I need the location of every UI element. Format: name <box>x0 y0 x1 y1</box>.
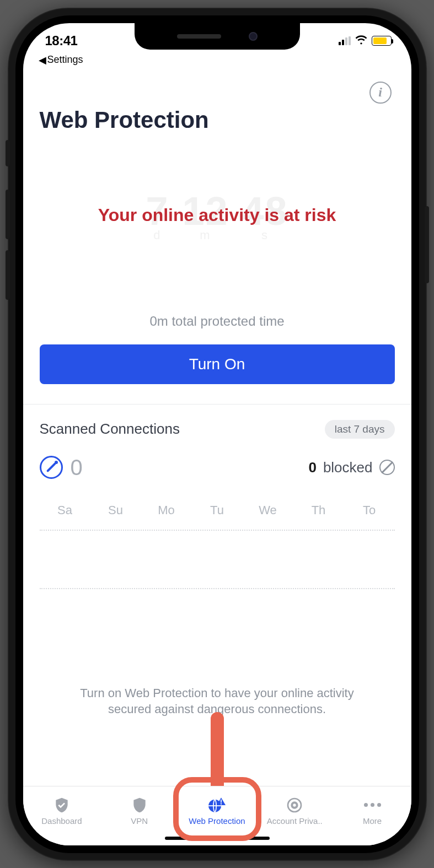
speaker <box>177 34 221 39</box>
chart-day-label: To <box>344 503 395 517</box>
chart-day-label: Su <box>90 503 141 517</box>
tab-dashboard[interactable]: Dashboard <box>23 786 101 835</box>
tab-web-protection[interactable]: Web Protection <box>178 786 256 835</box>
volume-down-button <box>6 250 10 300</box>
battery-icon <box>372 36 392 46</box>
front-camera <box>249 32 258 41</box>
tab-label: Web Protection <box>189 816 245 826</box>
shield-check-icon <box>53 796 71 814</box>
chart-day-label: Tu <box>192 503 243 517</box>
globe-alert-icon <box>208 796 226 814</box>
chart: SaSuMoTuWeThTo <box>40 503 395 645</box>
callout-arrow-icon <box>199 712 236 786</box>
chart-day-labels: SaSuMoTuWeThTo <box>40 503 395 517</box>
screen: 18:41 ◀ Settings i <box>23 23 411 845</box>
chart-day-label: Mo <box>141 503 192 517</box>
more-icon <box>364 796 381 814</box>
scanned-count: 0 <box>71 455 83 480</box>
back-label: Settings <box>47 54 83 66</box>
wifi-icon <box>355 35 367 47</box>
target-icon <box>286 796 303 814</box>
stat-row: 0 0 blocked <box>40 446 395 487</box>
phone-frame: 18:41 ◀ Settings i <box>8 8 427 861</box>
cellular-signal-icon <box>339 36 351 45</box>
tab-vpn[interactable]: VPN <box>100 786 178 835</box>
page-title: Web Protection <box>40 104 395 133</box>
home-indicator[interactable] <box>165 837 270 840</box>
info-icon[interactable]: i <box>369 82 392 104</box>
back-to-settings[interactable]: ◀ Settings <box>23 53 411 69</box>
scanned-title: Scanned Connections <box>40 420 180 438</box>
tab-label: VPN <box>131 816 148 826</box>
footer-message: Turn on Web Protection to have your onli… <box>40 685 395 718</box>
scanned-header: Scanned Connections last 7 days <box>40 405 395 446</box>
hero-section: 7d 12m 48s Your online activity is at ri… <box>40 133 395 225</box>
chart-area <box>40 530 395 645</box>
link-shield-icon <box>131 796 148 814</box>
protected-time-label: 0m total protected time <box>40 314 395 329</box>
svg-point-1 <box>221 803 222 804</box>
mute-switch <box>6 140 10 166</box>
turn-on-button[interactable]: Turn On <box>40 344 395 384</box>
power-button <box>425 206 429 283</box>
period-pill[interactable]: last 7 days <box>325 420 395 439</box>
status-time: 18:41 <box>45 33 78 48</box>
chart-day-label: Th <box>293 503 344 517</box>
back-chevron-icon: ◀ <box>39 54 46 66</box>
blocked-count: 0 <box>308 459 316 476</box>
chart-day-label: We <box>243 503 293 517</box>
tab-account-privacy[interactable]: Account Priva.. <box>256 786 334 835</box>
notch <box>135 23 300 50</box>
tab-label: Dashboard <box>41 816 82 826</box>
blocked-label: blocked <box>323 459 373 476</box>
risk-warning: Your online activity is at risk <box>40 205 395 225</box>
compass-icon <box>40 456 63 479</box>
content: i Web Protection 7d 12m 48s Your online … <box>23 69 411 786</box>
blocked-icon <box>379 460 395 475</box>
tab-label: More <box>363 816 382 826</box>
tab-more[interactable]: More <box>334 786 411 835</box>
chart-day-label: Sa <box>40 503 90 517</box>
volume-up-button <box>6 190 10 239</box>
tab-label: Account Priva.. <box>267 816 323 826</box>
